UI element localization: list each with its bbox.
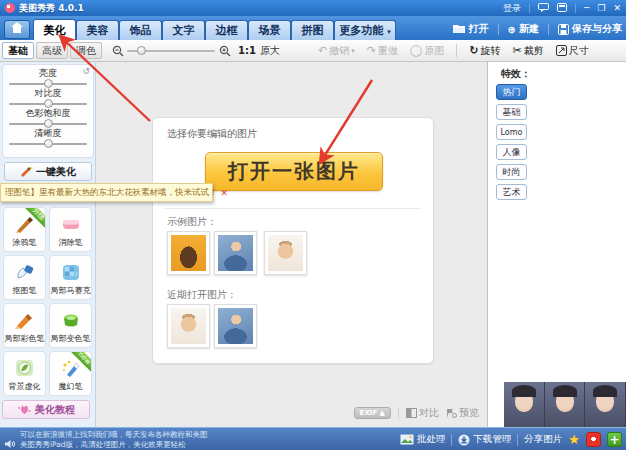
window-title: 美图秀秀 4.0.1 xyxy=(19,2,84,15)
notice-close-icon[interactable]: ✕ xyxy=(221,188,229,198)
zoom-out-icon[interactable] xyxy=(112,45,123,56)
save-share-button[interactable]: 保存与分享 xyxy=(558,22,622,36)
effect-category-lomo[interactable]: Lomo xyxy=(496,124,527,140)
qzone-star-icon[interactable]: ★ xyxy=(568,433,580,447)
brightness-slider-thumb[interactable] xyxy=(44,79,53,88)
tool-doodle-pen[interactable]: 升级 涂鸦笔 xyxy=(3,207,46,252)
recent-photo-baby xyxy=(171,308,206,344)
skin-icon[interactable] xyxy=(557,3,567,14)
batch-process-button[interactable]: 批处理 xyxy=(400,433,446,446)
sharpness-slider-thumb[interactable] xyxy=(44,139,53,148)
redo-icon: ↷ xyxy=(367,45,376,56)
undo-button[interactable]: ↶ 撤销 ▾ xyxy=(318,44,355,58)
feedback-icon[interactable] xyxy=(538,3,549,14)
tool-local-color-pen[interactable]: 局部彩色笔 xyxy=(3,303,46,348)
resize-icon xyxy=(556,45,567,56)
tab-cosmetic[interactable]: 美容 xyxy=(76,20,119,40)
maximize-button[interactable]: ❐ xyxy=(597,3,605,13)
resize-button[interactable]: 尺寸 xyxy=(556,44,589,58)
subtab-advanced[interactable]: 高级 xyxy=(36,42,68,59)
tool-local-recolor-pen[interactable]: 局部变色笔 xyxy=(49,303,92,348)
status-line-1[interactable]: 可以在新浪微博上找到我们哦，每天发布各种教程和美图 xyxy=(20,430,208,440)
minimize-button[interactable]: ─ xyxy=(584,3,589,13)
compare-icon xyxy=(406,408,417,418)
weibo-icon[interactable] xyxy=(586,432,601,447)
samples-label: 示例图片： xyxy=(167,215,217,229)
blur-leaf-icon xyxy=(4,357,45,379)
tab-more-features[interactable]: 更多功能 ▾ xyxy=(334,20,396,40)
reset-icon[interactable]: ↺ xyxy=(82,66,90,76)
tab-frame[interactable]: 边框 xyxy=(205,20,248,40)
pen-nib-icon xyxy=(4,261,45,283)
tool-eraser-pen[interactable]: 消除笔 xyxy=(49,207,92,252)
saturation-slider[interactable] xyxy=(9,123,87,125)
status-line-2[interactable]: 美图秀秀iPad版，高清处理图片，美化效果更轻松 xyxy=(20,440,208,450)
login-link[interactable]: 登录 xyxy=(503,2,521,15)
effect-category-portrait[interactable]: 人像 xyxy=(496,144,527,160)
sample-thumbnail-1[interactable] xyxy=(167,231,210,275)
original-circle-icon: ◯ xyxy=(410,45,422,56)
eraser-icon xyxy=(50,213,91,235)
close-button[interactable]: ✕ xyxy=(613,3,621,13)
compare-button[interactable]: 对比 xyxy=(406,406,439,420)
tab-collage[interactable]: 拼图 xyxy=(291,20,334,40)
effects-panel: 特效： 热门 基础 Lomo 人像 时尚 艺术 xyxy=(487,62,626,427)
notice-text: 理图笔】里有最新大热的东北大花袄素材哦，快来试试！ xyxy=(5,187,218,199)
add-share-icon[interactable]: + xyxy=(607,432,622,447)
tool-magic-pen[interactable]: new 魔幻笔 xyxy=(49,351,92,396)
tab-scene[interactable]: 场景 xyxy=(248,20,291,40)
saturation-slider-thumb[interactable] xyxy=(44,119,53,128)
magic-brush-icon xyxy=(20,166,33,177)
actual-size-button[interactable]: 原大 xyxy=(260,44,280,58)
open-file-button[interactable]: 打开 xyxy=(453,22,489,36)
recent-thumbnail-1[interactable] xyxy=(167,304,210,348)
redo-button[interactable]: ↷ 重做 xyxy=(367,44,398,58)
contrast-slider-thumb[interactable] xyxy=(44,99,53,108)
beautify-tutorial-button[interactable]: 美化教程 xyxy=(2,400,90,419)
paint-bucket-icon xyxy=(50,309,91,331)
sample-thumbnail-2[interactable] xyxy=(214,231,257,275)
zoom-slider[interactable] xyxy=(127,50,215,52)
subtab-basic[interactable]: 基础 xyxy=(2,42,34,59)
effect-category-hot[interactable]: 热门 xyxy=(496,84,527,100)
open-image-button[interactable]: 打开一张图片 xyxy=(205,152,383,191)
zoom-ratio-label[interactable]: 1:1 xyxy=(238,45,256,56)
tab-accessories[interactable]: 饰品 xyxy=(119,20,162,40)
choose-image-prompt: 选择你要编辑的图片 xyxy=(167,127,257,141)
sharpness-slider[interactable] xyxy=(9,143,87,145)
effects-title: 特效： xyxy=(501,67,531,81)
zoom-slider-thumb[interactable] xyxy=(137,46,146,55)
exif-button[interactable]: EXIF ▲ xyxy=(354,407,391,419)
download-manager-button[interactable]: 下载管理 xyxy=(458,433,511,446)
contrast-slider[interactable] xyxy=(9,103,87,105)
brightness-slider[interactable] xyxy=(9,83,87,85)
original-view-button[interactable]: ◯ 原图 xyxy=(410,44,444,58)
recent-thumbnail-2[interactable] xyxy=(214,304,257,348)
preview-button[interactable]: 预览 xyxy=(446,406,479,420)
effect-category-fashion[interactable]: 时尚 xyxy=(496,164,527,180)
tool-background-blur[interactable]: 背景虚化 xyxy=(3,351,46,396)
chevron-down-icon: ▾ xyxy=(387,28,391,36)
effect-category-art[interactable]: 艺术 xyxy=(496,184,527,200)
zoom-in-icon[interactable] xyxy=(219,45,230,56)
share-image-button[interactable]: 分享图片 xyxy=(524,433,562,446)
folder-icon xyxy=(453,24,466,34)
subtab-tone[interactable]: 调色 xyxy=(70,42,102,59)
tab-beautify[interactable]: 美化 xyxy=(33,19,76,40)
one-click-beautify-button[interactable]: 一键美化 xyxy=(4,162,92,181)
scissors-icon: ✂ xyxy=(512,45,521,56)
crop-button[interactable]: ✂ 裁剪 xyxy=(512,44,543,58)
rotate-button[interactable]: ↻ 旋转 xyxy=(469,44,500,58)
tool-cutout-pen[interactable]: 抠图笔 xyxy=(3,255,46,300)
rotate-icon: ↻ xyxy=(469,45,478,56)
speaker-icon[interactable] xyxy=(5,434,16,450)
divider xyxy=(398,408,399,419)
sample-thumbnail-3[interactable] xyxy=(264,231,307,275)
slider-panel: ↺ 亮度 对比度 色彩饱和度 清晰度 xyxy=(2,64,94,158)
new-file-button[interactable]: ⊕ 新建 xyxy=(508,22,539,36)
home-button[interactable] xyxy=(4,20,30,39)
tool-local-mosaic[interactable]: 局部马赛克 xyxy=(49,255,92,300)
tab-text[interactable]: 文字 xyxy=(162,20,205,40)
ad-face-2 xyxy=(545,382,586,428)
effect-category-basic[interactable]: 基础 xyxy=(496,104,527,120)
